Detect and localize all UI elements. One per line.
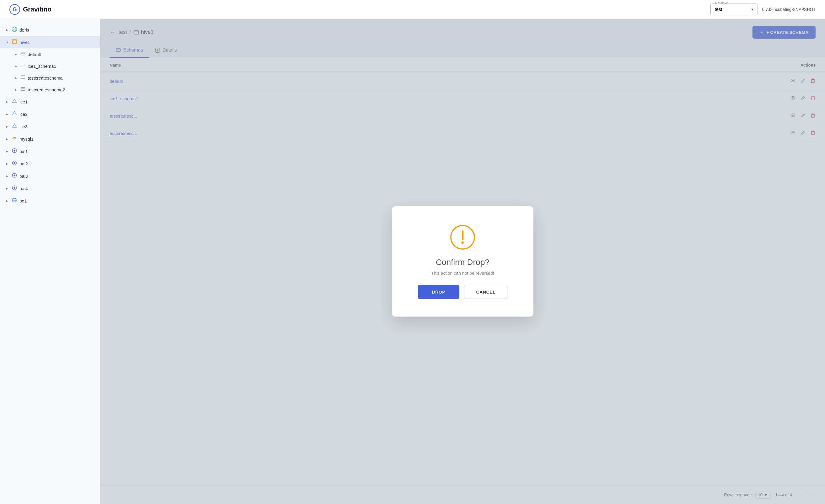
sidebar-item-ice3[interactable]: ▶ ice3 — [0, 120, 100, 133]
schema-icon — [21, 63, 25, 69]
cancel-label: CANCEL — [476, 289, 496, 295]
svg-text:pg: pg — [13, 199, 16, 202]
sidebar-item-label-hive1: hive1 — [19, 40, 94, 45]
sidebar-item-label-ice3: ice3 — [19, 124, 94, 129]
sidebar-item-label-mysql1: mysql1 — [19, 137, 94, 142]
sidebar-item-label-pg1: pg1 — [19, 198, 94, 203]
sidebar-item-label-pai2: pai2 — [19, 161, 94, 166]
expand-arrow-icon: ▶ — [15, 53, 18, 56]
header-controls: Metalake test ▼ 0.7.0-incubating-SNAPSHO… — [710, 4, 816, 15]
hive1-icon — [12, 39, 17, 46]
expand-arrow-icon: ▶ — [6, 174, 9, 178]
sidebar-item-testcreateschema2[interactable]: ▶ testcreateschema2 — [0, 84, 100, 95]
sidebar-item-pai1[interactable]: ▶ pai1 — [0, 145, 100, 157]
svg-marker-15 — [12, 99, 16, 102]
svg-rect-7 — [21, 52, 25, 55]
sidebar-item-label-ice1schema1: ice1_schema1 — [28, 64, 94, 69]
metalake-dropdown[interactable]: test ▼ — [710, 4, 757, 15]
expand-arrow-icon: ▶ — [15, 88, 18, 91]
expand-arrow-icon: ▶ — [6, 150, 9, 153]
sidebar-item-pai4[interactable]: ▶ pai4 — [0, 182, 100, 194]
pai-icon — [12, 185, 17, 191]
sidebar-item-label-doris: doris — [19, 27, 94, 32]
svg-rect-9 — [21, 64, 25, 67]
svg-rect-13 — [21, 88, 25, 90]
cancel-button[interactable]: CANCEL — [464, 285, 508, 299]
expand-arrow-icon: ▶ — [6, 125, 9, 128]
drop-button[interactable]: DROP — [418, 285, 459, 299]
svg-point-21 — [14, 162, 15, 164]
svg-text:G: G — [13, 6, 17, 12]
sidebar-item-mysql1[interactable]: ▶ mysql1 — [0, 133, 100, 145]
modal-subtitle: This action can not be reversed! — [431, 270, 494, 275]
content-area: ← test / hive1 ＋ + CREATE SCHEMA Schemas — [100, 19, 825, 504]
sidebar-item-pai3[interactable]: ▶ pai3 — [0, 170, 100, 182]
expand-arrow-icon: ▶ — [15, 76, 18, 80]
sidebar-item-ice1[interactable]: ▶ ice1 — [0, 95, 100, 108]
main-layout: ▶ doris ▼ hive1 ▶ default ▶ — [0, 19, 825, 504]
expand-arrow-icon: ▶ — [6, 187, 9, 190]
sidebar-item-pai2[interactable]: ▶ pai2 — [0, 157, 100, 170]
warning-icon-wrap — [449, 224, 476, 251]
doris-icon — [12, 26, 17, 33]
logo: G Gravitino — [9, 4, 52, 15]
sidebar-item-label-pai3: pai3 — [19, 174, 94, 179]
chevron-down-icon: ▼ — [751, 7, 754, 11]
drop-label: DROP — [432, 289, 445, 295]
sidebar-item-label-testcreateschema: testcreateschema — [28, 75, 94, 80]
expand-arrow-icon: ▶ — [15, 65, 18, 68]
sidebar-item-testcreateschema[interactable]: ▶ testcreateschema — [0, 72, 100, 84]
expand-arrow-icon: ▶ — [6, 199, 9, 202]
iceberg-icon — [12, 123, 17, 130]
sidebar-item-doris[interactable]: ▶ doris — [0, 23, 100, 36]
sidebar-item-label-ice2: ice2 — [19, 112, 94, 117]
modal-buttons: DROP CANCEL — [418, 285, 508, 299]
svg-marker-16 — [12, 111, 16, 115]
schema-icon — [21, 51, 25, 57]
expand-arrow-icon: ▼ — [6, 41, 9, 44]
sidebar-item-ice1-schema1[interactable]: ▶ ice1_schema1 — [0, 60, 100, 72]
expand-arrow-icon: ▶ — [6, 28, 9, 31]
expand-arrow-icon: ▶ — [6, 162, 9, 165]
sidebar-item-label-pai1: pai1 — [19, 149, 94, 154]
app-header: G Gravitino Metalake test ▼ 0.7.0-incuba… — [0, 0, 825, 19]
sidebar-item-label-pai4: pai4 — [19, 186, 94, 191]
postgres-icon: pg — [12, 197, 17, 204]
modal-overlay: Confirm Drop? This action can not be rev… — [100, 19, 825, 504]
sidebar-item-label-default: default — [28, 52, 94, 57]
modal-title: Confirm Drop? — [436, 258, 490, 267]
sidebar-item-default[interactable]: ▶ default — [0, 48, 100, 60]
iceberg-icon — [12, 98, 17, 105]
sidebar: ▶ doris ▼ hive1 ▶ default ▶ — [0, 19, 100, 504]
metalake-selector-wrap: Metalake test ▼ — [710, 4, 757, 15]
pai-icon — [12, 173, 17, 179]
svg-marker-6 — [13, 40, 16, 43]
confirm-drop-modal: Confirm Drop? This action can not be rev… — [392, 206, 533, 317]
metalake-value: test — [715, 7, 723, 12]
svg-point-62 — [461, 241, 464, 244]
schema-icon — [21, 87, 25, 93]
warning-circle-icon — [449, 224, 476, 251]
sidebar-item-hive1[interactable]: ▼ hive1 — [0, 36, 100, 48]
expand-arrow-icon: ▶ — [6, 100, 9, 103]
pai-icon — [12, 160, 17, 167]
svg-marker-17 — [12, 124, 16, 127]
svg-point-19 — [14, 150, 15, 152]
schema-icon — [21, 75, 25, 81]
svg-point-23 — [14, 174, 15, 176]
expand-arrow-icon: ▶ — [6, 112, 9, 116]
mysql-icon — [12, 136, 17, 142]
gravitino-logo-icon: G — [9, 4, 20, 15]
sidebar-item-label-testcreateschema2: testcreateschema2 — [28, 87, 94, 92]
svg-rect-11 — [21, 76, 25, 79]
expand-arrow-icon: ▶ — [6, 137, 9, 141]
svg-point-25 — [14, 187, 15, 189]
logo-text: Gravitino — [23, 6, 52, 13]
pai-icon — [12, 148, 17, 154]
sidebar-item-pg1[interactable]: ▶ pg pg1 — [0, 194, 100, 207]
sidebar-item-ice2[interactable]: ▶ ice2 — [0, 108, 100, 120]
version-text: 0.7.0-incubating-SNAPSHOT — [762, 7, 816, 12]
sidebar-item-label-ice1: ice1 — [19, 99, 94, 104]
iceberg-icon — [12, 111, 17, 117]
